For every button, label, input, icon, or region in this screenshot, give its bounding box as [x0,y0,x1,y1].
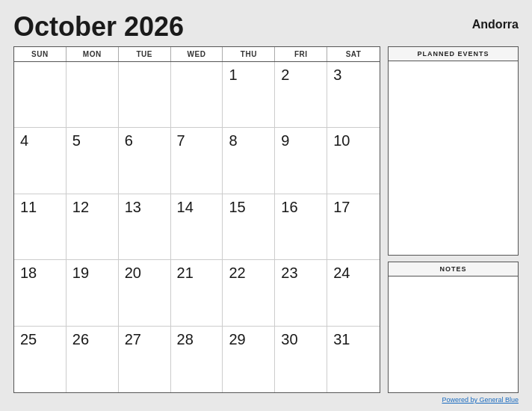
day-header-sat: SAT [327,47,380,61]
cal-day-13: 13 [119,194,171,260]
location: Andorra [472,18,519,31]
cal-day-15: 15 [223,194,275,260]
footer: Powered by General Blue [13,396,519,404]
cal-day-6: 6 [119,128,171,194]
day-number: 5 [72,132,81,149]
day-number: 8 [229,132,237,149]
cal-day-31: 31 [327,327,380,392]
day-number: 30 [281,331,297,347]
cal-empty-0-3 [171,62,223,128]
cal-day-5: 5 [66,128,119,194]
day-number: 29 [229,331,245,347]
day-number: 9 [281,132,289,149]
day-number: 31 [333,331,350,347]
main-content: SUNMONTUEWEDTHUFRISAT 123456789101112131… [13,46,519,393]
cal-day-30: 30 [275,327,327,392]
cal-day-9: 9 [275,128,327,194]
day-number: 15 [229,199,245,215]
cal-day-14: 14 [171,194,223,260]
cal-day-11: 11 [14,194,66,260]
cal-empty-0-0 [14,62,66,128]
cal-day-22: 22 [223,260,275,326]
day-number: 20 [125,265,141,281]
notes-box: NOTES [388,262,519,393]
cal-day-2: 2 [275,62,327,128]
notes-content [389,276,518,392]
cal-day-26: 26 [66,327,119,392]
cal-day-24: 24 [327,260,380,326]
cal-day-19: 19 [66,260,119,326]
cal-day-3: 3 [327,62,380,128]
calendar-grid: 1234567891011121314151617181920212223242… [14,62,380,392]
cal-day-16: 16 [275,194,327,260]
day-number: 25 [20,331,37,347]
day-header-thu: THU [223,47,275,61]
day-number: 22 [229,265,245,281]
day-number: 16 [281,199,297,215]
day-number: 28 [177,331,194,347]
day-number: 14 [177,199,194,215]
day-number: 19 [72,265,89,281]
calendar-page: October 2026 Andorra SUNMONTUEWEDTHUFRIS… [0,0,532,411]
day-number: 10 [333,132,350,149]
day-header-mon: MON [66,47,119,61]
cal-day-23: 23 [275,260,327,326]
cal-day-7: 7 [171,128,223,194]
cal-day-1: 1 [223,62,275,128]
cal-day-29: 29 [223,327,275,392]
day-number: 12 [72,199,89,215]
cal-day-4: 4 [14,128,66,194]
day-number: 2 [281,67,289,83]
day-number: 23 [281,265,297,281]
day-number: 7 [177,132,185,149]
cal-empty-0-1 [66,62,119,128]
header: October 2026 Andorra [13,13,519,40]
powered-by-link[interactable]: Powered by General Blue [442,396,519,404]
day-number: 26 [72,331,89,347]
cal-day-8: 8 [223,128,275,194]
day-number: 13 [125,199,141,215]
notes-label: NOTES [389,262,518,276]
day-number: 4 [20,132,28,149]
cal-day-21: 21 [171,260,223,326]
day-number: 24 [333,265,350,281]
day-number: 3 [333,67,341,83]
day-number: 1 [229,67,237,83]
day-number: 21 [177,265,194,281]
cal-day-25: 25 [14,327,66,392]
day-number: 11 [20,199,37,215]
planned-events-label: PLANNED EVENTS [389,47,518,61]
month-title: October 2026 [13,13,184,40]
cal-day-20: 20 [119,260,171,326]
calendar: SUNMONTUEWEDTHUFRISAT 123456789101112131… [13,46,380,393]
day-header-fri: FRI [275,47,327,61]
cal-day-12: 12 [66,194,119,260]
sidebar: PLANNED EVENTS NOTES [388,46,519,393]
planned-events-content [389,61,518,255]
planned-events-box: PLANNED EVENTS [388,46,519,256]
day-header-wed: WED [171,47,223,61]
cal-empty-0-2 [119,62,171,128]
day-number: 18 [20,265,37,281]
day-header-sun: SUN [14,47,66,61]
cal-day-18: 18 [14,260,66,326]
days-header: SUNMONTUEWEDTHUFRISAT [14,47,380,62]
cal-day-28: 28 [171,327,223,392]
cal-day-27: 27 [119,327,171,392]
day-header-tue: TUE [119,47,171,61]
cal-day-17: 17 [327,194,380,260]
day-number: 27 [125,331,141,347]
cal-day-10: 10 [327,128,380,194]
day-number: 6 [125,132,133,149]
day-number: 17 [333,199,350,215]
